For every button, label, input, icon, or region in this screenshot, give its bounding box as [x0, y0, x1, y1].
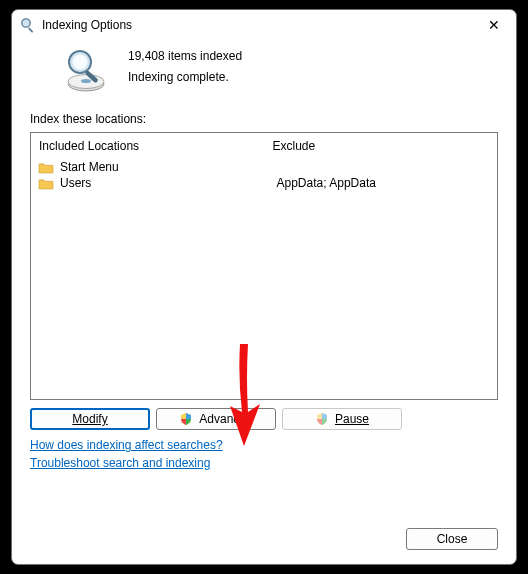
folder-icon: [38, 177, 54, 190]
locations-label: Index these locations:: [12, 96, 516, 132]
exclude-header: Exclude: [265, 133, 498, 159]
advanced-label: Advanced: [199, 412, 252, 426]
modify-label: Modify: [72, 412, 107, 426]
indexed-count: 19,408 items indexed: [128, 46, 242, 67]
included-location-label: Start Menu: [60, 160, 119, 174]
help-links: How does indexing affect searches? Troub…: [30, 436, 498, 470]
title-bar: Indexing Options ✕: [12, 10, 516, 40]
locations-panel: Included Locations Start MenuUsers Exclu…: [30, 132, 498, 400]
exclude-value: AppData; AppData: [269, 175, 494, 191]
included-location-label: Users: [60, 176, 91, 190]
help-link-indexing[interactable]: How does indexing affect searches?: [30, 438, 223, 452]
svg-point-0: [22, 19, 30, 27]
svg-point-6: [73, 55, 88, 70]
list-item[interactable]: Users: [35, 175, 260, 191]
close-icon[interactable]: ✕: [482, 14, 506, 36]
magnifier-drive-icon: [62, 46, 110, 94]
folder-icon: [38, 161, 54, 174]
indexing-status: 19,408 items indexed Indexing complete.: [12, 40, 516, 96]
included-header: Included Locations: [31, 133, 264, 159]
svg-rect-1: [28, 27, 34, 33]
uac-shield-icon: [315, 412, 329, 426]
indexing-options-dialog: Indexing Options ✕ 19,408 items indexed …: [11, 9, 517, 565]
svg-point-4: [81, 79, 91, 83]
close-label: Close: [437, 532, 468, 546]
indexing-state: Indexing complete.: [128, 67, 242, 88]
exclude-value: [269, 159, 494, 175]
help-link-troubleshoot[interactable]: Troubleshoot search and indexing: [30, 456, 210, 470]
magnifier-icon: [20, 17, 36, 33]
dialog-title: Indexing Options: [42, 18, 132, 32]
advanced-button[interactable]: Advanced: [156, 408, 276, 430]
button-row: Modify Advanced: [30, 408, 498, 430]
pause-button: Pause: [282, 408, 402, 430]
close-button[interactable]: Close: [406, 528, 498, 550]
list-item[interactable]: Start Menu: [35, 159, 260, 175]
modify-button[interactable]: Modify: [30, 408, 150, 430]
uac-shield-icon: [179, 412, 193, 426]
pause-label: Pause: [335, 412, 369, 426]
